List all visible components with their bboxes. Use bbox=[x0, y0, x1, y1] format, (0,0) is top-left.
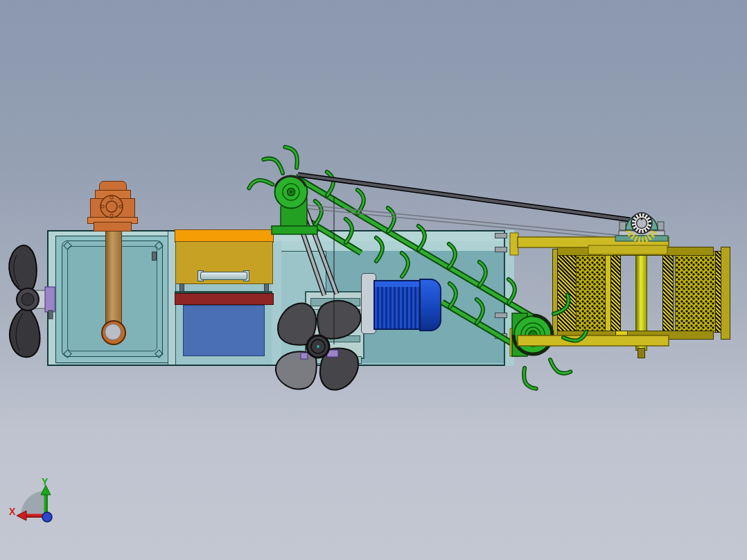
bow-propeller-hub bbox=[17, 288, 39, 310]
basket-shaft-stub bbox=[638, 348, 645, 358]
basket-bottom-rail bbox=[557, 331, 714, 340]
lower-drive-pulley bbox=[510, 313, 552, 356]
hull-open-bay-topband bbox=[281, 241, 504, 252]
basket-mesh-panel bbox=[576, 251, 606, 333]
y-axis-label: Y bbox=[42, 476, 49, 487]
suction-pipe-end-face bbox=[105, 324, 121, 340]
rake-tine bbox=[285, 146, 298, 168]
motor-body bbox=[374, 280, 421, 330]
origin-triad: X Y bbox=[9, 476, 52, 522]
basket-top-rail-block bbox=[601, 247, 614, 256]
z-axis-origin-dot bbox=[42, 512, 52, 522]
upper-drive-pulley bbox=[272, 176, 317, 235]
x-axis-label: X bbox=[9, 506, 16, 517]
motor-cap bbox=[419, 279, 441, 331]
blue-panel bbox=[183, 305, 265, 356]
wall-bolt bbox=[495, 333, 507, 339]
bow-propeller-blade-lower bbox=[10, 307, 40, 357]
triad-shadow bbox=[21, 491, 46, 516]
pump-skirt bbox=[94, 222, 132, 231]
suction-pipe bbox=[105, 230, 122, 333]
tank-screw bbox=[152, 252, 157, 261]
bow-propeller-shaft bbox=[35, 290, 46, 308]
bearing-housing bbox=[626, 214, 658, 230]
basket-top-rail bbox=[557, 247, 714, 256]
gearbox-foot bbox=[308, 356, 323, 364]
wall-bolt bbox=[495, 247, 507, 252]
gearbox-foot bbox=[346, 356, 362, 364]
basket-dense-panel bbox=[557, 251, 577, 333]
gearbox-slot bbox=[310, 298, 360, 306]
gearbox-slot bbox=[310, 309, 360, 315]
wall-bolt bbox=[495, 233, 507, 238]
rake-tine bbox=[349, 190, 367, 214]
gearbox-slot bbox=[310, 335, 360, 342]
bearing-base-plate bbox=[619, 231, 665, 236]
red-ledge bbox=[175, 293, 274, 305]
handle bbox=[200, 272, 247, 280]
basket-bottom-rail-block bbox=[615, 331, 628, 340]
rake-tine bbox=[306, 201, 325, 225]
ball-ring bbox=[633, 215, 650, 231]
basket-frame-right bbox=[721, 247, 730, 340]
rake-tine bbox=[249, 177, 272, 193]
basket-dense-panel bbox=[610, 251, 621, 333]
pulley-bracket bbox=[512, 313, 534, 356]
belt-around-pulley bbox=[513, 315, 552, 354]
rake-tine bbox=[263, 154, 283, 178]
motor-body-top bbox=[375, 281, 419, 287]
wall-bolt bbox=[495, 313, 507, 318]
rake-tine bbox=[318, 172, 337, 196]
basket-dense-panel bbox=[662, 251, 674, 333]
belt-over-pulley bbox=[275, 176, 306, 187]
rake-tine bbox=[379, 208, 398, 232]
basket-mesh-panel bbox=[675, 251, 717, 333]
cad-viewport[interactable]: X Y bbox=[0, 0, 747, 560]
bow-propeller-blade-upper bbox=[9, 245, 37, 292]
